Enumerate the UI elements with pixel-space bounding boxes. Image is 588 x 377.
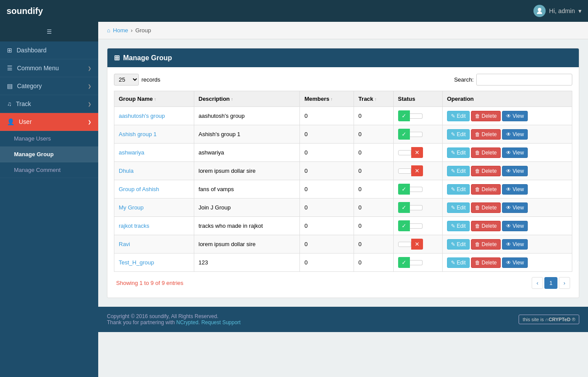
footer-partner-text: Thank you for partnering with	[107, 319, 175, 326]
group-name-link[interactable]: ashwariya	[119, 149, 144, 156]
view-button[interactable]: 👁 View	[502, 111, 528, 121]
col-group-name[interactable]: Group Name	[114, 91, 194, 107]
edit-button[interactable]: ✎ Edit	[447, 129, 470, 140]
chevron-right-icon-user: ❯	[88, 120, 91, 124]
toggle-x-button[interactable]: ✕	[411, 165, 423, 176]
home-icon: ⌂	[107, 27, 110, 34]
toggle-on-button[interactable]: ✓	[398, 184, 410, 195]
toggle-slot	[398, 242, 411, 247]
toggle-slot	[398, 150, 411, 155]
cell-track: 0	[354, 199, 393, 217]
view-button[interactable]: 👁 View	[502, 147, 528, 158]
footer-partner-link[interactable]: NCrypted	[176, 319, 199, 326]
records-select-area: 10 25 50 100 records	[114, 74, 160, 86]
edit-button[interactable]: ✎ Edit	[447, 147, 470, 158]
delete-button[interactable]: 🗑 Delete	[471, 111, 501, 121]
cell-operation: ✎ Edit 🗑 Delete 👁 View	[442, 162, 572, 180]
view-button[interactable]: 👁 View	[502, 166, 528, 176]
sidebar-sub-manage-comment[interactable]: Manage Comment	[0, 162, 98, 178]
common-menu-icon: ☰	[7, 65, 13, 72]
edit-button[interactable]: ✎ Edit	[447, 221, 470, 231]
cell-group-name: Test_H_group	[114, 254, 194, 272]
sidebar-item-category[interactable]: ▤ Category ❯	[0, 77, 98, 95]
edit-button[interactable]: ✎ Edit	[447, 111, 470, 121]
delete-button[interactable]: 🗑 Delete	[471, 221, 501, 231]
cell-members: 0	[300, 180, 354, 199]
footer-badge: this site is ∩CRYPTeD ®	[519, 315, 579, 324]
group-name-link[interactable]: Ashish group 1	[119, 131, 157, 137]
view-button[interactable]: 👁 View	[502, 202, 528, 213]
toggle-on-button[interactable]: ✓	[398, 220, 410, 231]
sidebar-item-user[interactable]: 👤 User ❯	[0, 113, 98, 131]
edit-button[interactable]: ✎ Edit	[447, 239, 470, 250]
cell-description: fans of vamps	[194, 180, 300, 199]
search-input[interactable]	[476, 74, 572, 86]
manage-users-label: Manage Users	[14, 135, 51, 142]
page-content: ⊞ Manage Group 10 25 50 100	[98, 39, 588, 307]
cell-group-name: Dhula	[114, 162, 194, 180]
toggle-on-button[interactable]: ✓	[398, 129, 410, 140]
toggle-on-button[interactable]: ✓	[398, 257, 410, 268]
sidebar-sub-manage-group[interactable]: Manage Group	[0, 147, 98, 162]
search-box: Search:	[454, 74, 572, 86]
sidebar-item-dashboard[interactable]: ⊞ Dashboard	[0, 41, 98, 59]
delete-button[interactable]: 🗑 Delete	[471, 184, 501, 195]
sidebar-item-track[interactable]: ♫ Track ❯	[0, 95, 98, 113]
toggle-x-button[interactable]: ✕	[411, 239, 423, 250]
group-name-link[interactable]: Ravi	[119, 241, 130, 247]
sidebar-item-common-menu[interactable]: ☰ Common Menu ❯	[0, 59, 98, 77]
edit-button[interactable]: ✎ Edit	[447, 184, 470, 195]
sidebar-toggle-button[interactable]: ☰	[0, 22, 98, 41]
footer-support-link[interactable]: Request Support	[201, 319, 241, 326]
records-per-page-select[interactable]: 10 25 50 100	[114, 74, 139, 86]
group-name-link[interactable]: My Group	[119, 204, 144, 211]
delete-button[interactable]: 🗑 Delete	[471, 257, 501, 268]
toggle-on-button[interactable]: ✓	[398, 202, 410, 213]
manage-comment-label: Manage Comment	[14, 167, 61, 173]
page-1-button[interactable]: 1	[544, 277, 557, 289]
delete-button[interactable]: 🗑 Delete	[471, 202, 501, 213]
cell-operation: ✎ Edit 🗑 Delete 👁 View	[442, 217, 572, 235]
sidebar-sub-manage-users[interactable]: Manage Users	[0, 131, 98, 147]
view-button[interactable]: 👁 View	[502, 257, 528, 268]
col-description[interactable]: Description	[194, 91, 300, 107]
prev-page-button[interactable]: ‹	[532, 277, 543, 289]
group-name-link[interactable]: Group of Ashish	[119, 186, 159, 192]
group-name-link[interactable]: Dhula	[119, 168, 134, 174]
breadcrumb: ⌂ Home › Group	[98, 22, 588, 39]
cell-description: 123	[194, 254, 300, 272]
view-button[interactable]: 👁 View	[502, 239, 528, 250]
user-menu[interactable]: Hi, admin ▾	[533, 5, 581, 17]
view-button[interactable]: 👁 View	[502, 129, 528, 140]
delete-button[interactable]: 🗑 Delete	[471, 239, 501, 250]
cell-track: 0	[354, 217, 393, 235]
delete-button[interactable]: 🗑 Delete	[471, 129, 501, 140]
view-button[interactable]: 👁 View	[502, 221, 528, 231]
toggle-slot	[410, 113, 423, 119]
group-name-link[interactable]: Test_H_group	[119, 259, 154, 266]
cell-status: ✕	[393, 144, 442, 162]
delete-button[interactable]: 🗑 Delete	[471, 166, 501, 176]
col-track[interactable]: Track	[354, 91, 393, 107]
delete-button[interactable]: 🗑 Delete	[471, 147, 501, 158]
edit-button[interactable]: ✎ Edit	[447, 166, 470, 176]
col-status: Status	[393, 91, 442, 107]
user-label: Hi, admin	[549, 7, 575, 14]
breadcrumb-current: Group	[135, 27, 151, 34]
col-members[interactable]: Members	[300, 91, 354, 107]
records-label: records	[141, 76, 160, 83]
toggle-x-button[interactable]: ✕	[411, 147, 423, 158]
table-row: Ashish group 1Ashish's group 100✓ ✎ Edit…	[114, 125, 572, 144]
view-button[interactable]: 👁 View	[502, 184, 528, 195]
table-row: Test_H_group12300✓ ✎ Edit 🗑 Delete 👁 Vie…	[114, 254, 572, 272]
cell-track: 0	[354, 125, 393, 144]
edit-button[interactable]: ✎ Edit	[447, 202, 470, 213]
next-page-button[interactable]: ›	[559, 277, 570, 289]
breadcrumb-home-link[interactable]: Home	[113, 27, 128, 34]
toggle-on-button[interactable]: ✓	[398, 110, 410, 121]
group-name-link[interactable]: rajkot tracks	[119, 223, 149, 229]
cell-status: ✓	[393, 107, 442, 125]
group-name-link[interactable]: aashutosh's group	[119, 113, 165, 119]
edit-button[interactable]: ✎ Edit	[447, 257, 470, 268]
cell-description: Join J Group	[194, 199, 300, 217]
